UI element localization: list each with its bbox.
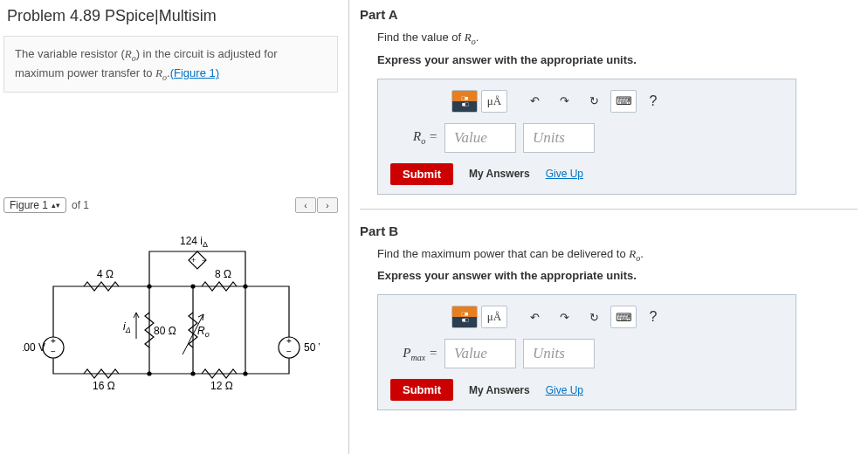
part-a-units-input[interactable]: Units [523,123,595,153]
undo-icon[interactable]: ↶ [521,90,548,113]
part-a-var-label: Ro = [390,129,437,146]
svg-text:−: − [286,347,292,356]
svg-text:16 Ω: 16 Ω [93,380,115,392]
figure-count: of 1 [72,199,89,211]
part-b-give-up[interactable]: Give Up [546,384,583,396]
dropdown-icon: ▴▾ [52,201,60,210]
help-icon[interactable]: ? [640,306,666,328]
svg-point-12 [244,285,247,288]
svg-text:+: + [51,336,56,346]
redo-icon[interactable]: ↷ [551,90,577,113]
svg-point-13 [244,372,247,375]
svg-point-9 [148,372,151,375]
svg-point-8 [148,285,151,288]
reset-icon[interactable]: ↻ [581,306,607,328]
part-a-value-input[interactable]: Value [444,123,516,153]
problem-description: The variable resistor (Ro) in the circui… [3,36,338,93]
svg-text:−: − [51,347,56,356]
part-b-units-input[interactable]: Units [523,339,595,368]
part-b-prompt: Find the maximum power that can be deliv… [360,247,858,263]
help-icon[interactable]: ? [640,90,666,113]
divider [360,209,858,210]
units-icon[interactable]: μÅ [481,306,507,328]
svg-text:4 Ω: 4 Ω [97,268,114,280]
template-icon[interactable]: □■■□ [451,306,478,328]
svg-text:100 V: 100 V [23,341,45,354]
svg-text:80 Ω: 80 Ω [154,325,176,337]
part-b-submit-button[interactable]: Submit [390,379,453,401]
part-a-prompt: Find the value of Ro. [360,31,858,46]
svg-text:Ro: Ro [197,325,210,339]
units-icon[interactable]: μÅ [481,90,507,113]
svg-text:+: + [191,256,196,265]
svg-text:124 iΔ: 124 iΔ [180,235,208,249]
svg-text:iΔ: iΔ [123,320,131,334]
redo-icon[interactable]: ↷ [551,306,577,328]
part-a-my-answers[interactable]: My Answers [469,168,530,180]
part-b-my-answers[interactable]: My Answers [469,384,530,396]
part-b-value-input[interactable]: Value [444,339,516,368]
figure-prev-button[interactable]: ‹ [295,197,316,213]
svg-point-10 [191,285,195,288]
undo-icon[interactable]: ↶ [521,306,548,328]
keyboard-icon[interactable]: ⌨ [610,90,637,113]
reset-icon[interactable]: ↻ [581,90,607,113]
figure-link[interactable]: (Figure 1) [170,66,219,79]
svg-text:50 V: 50 V [304,341,320,354]
part-b-title: Part B [360,224,858,238]
svg-text:−: − [202,256,206,265]
figure-selector[interactable]: Figure 1 ▴▾ [3,197,66,213]
part-a-answer-box: □■■□ μÅ ↶ ↷ ↻ ⌨ ? Ro = Value Units Submi… [377,79,796,195]
template-icon[interactable]: □■■□ [451,90,478,113]
part-b-instruction: Express your answer with the appropriate… [360,269,858,282]
part-a-instruction: Express your answer with the appropriate… [360,53,858,66]
part-b-answer-box: □■■□ μÅ ↶ ↷ ↻ ⌨ ? Pmax = Value Units Sub… [377,294,796,410]
part-a-give-up[interactable]: Give Up [546,168,583,180]
circuit-figure: + − [3,234,338,400]
figure-next-button[interactable]: › [317,197,338,213]
part-a-title: Part A [360,7,858,22]
problem-title: Problem 4.89 PSpice|Multisim [3,7,338,25]
part-a-submit-button[interactable]: Submit [390,163,453,185]
svg-text:8 Ω: 8 Ω [215,268,231,280]
svg-text:+: + [286,336,292,346]
part-b-var-label: Pmax = [390,346,437,362]
svg-text:12 Ω: 12 Ω [210,380,233,392]
keyboard-icon[interactable]: ⌨ [610,306,637,328]
svg-point-11 [191,372,195,375]
